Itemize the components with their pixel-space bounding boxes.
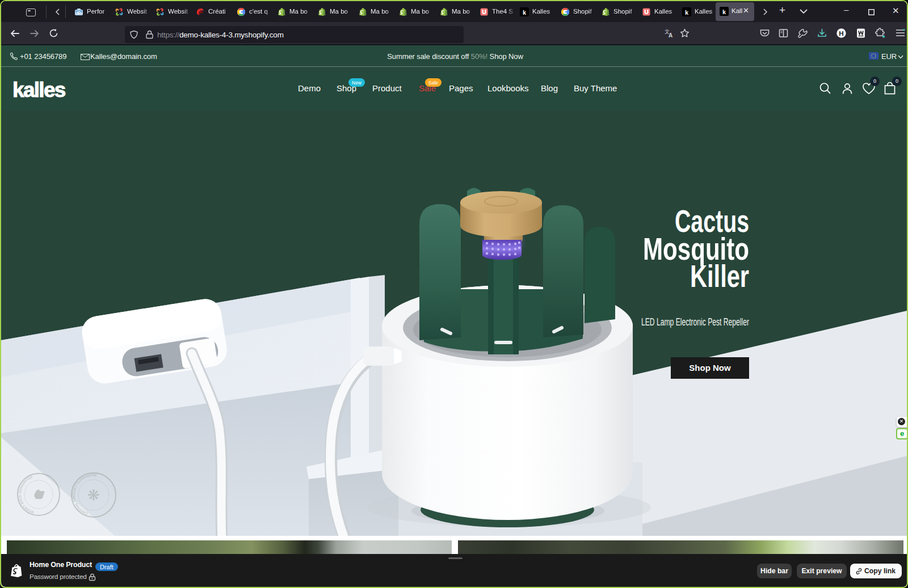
svg-text:Killer: Killer — [690, 259, 749, 294]
svg-text:k: k — [722, 9, 726, 15]
svg-text:k: k — [685, 9, 689, 16]
svg-text:k: k — [523, 9, 527, 16]
svg-text:H: H — [839, 30, 843, 37]
svg-text:Shop Now: Shop Now — [689, 363, 731, 373]
svg-text:LED Lamp Electronic Pest Repel: LED Lamp Electronic Pest Repeller — [641, 316, 749, 328]
svg-text:❋: ❋ — [87, 487, 100, 504]
svg-text:A: A — [669, 32, 672, 39]
